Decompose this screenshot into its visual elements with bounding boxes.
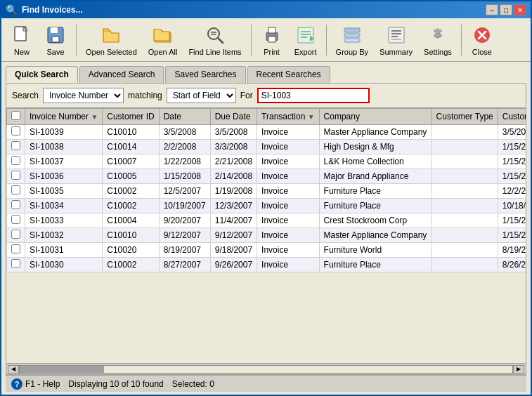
row-checkbox-cell[interactable] — [7, 154, 25, 169]
new-icon — [11, 24, 33, 46]
header-customer-id: Customer ID — [103, 109, 159, 125]
horizontal-scrollbar[interactable] — [19, 365, 513, 374]
row-checkbox[interactable] — [11, 171, 20, 180]
cell-customer-id: C10010 — [103, 125, 159, 140]
close-button[interactable]: Close — [467, 22, 497, 58]
cell-invoice-number: SI-10036 — [25, 169, 103, 184]
row-checkbox-cell[interactable] — [7, 213, 25, 228]
cell-transaction: Invoice — [257, 228, 320, 243]
maximize-button[interactable]: □ — [500, 4, 512, 15]
open-all-label: Open All — [148, 48, 178, 56]
help-label: F1 - Help — [25, 379, 60, 389]
table-row: SI-10038 C10014 2/2/2008 3/3/2008 Invoic… — [7, 140, 526, 154]
header-customer-type: Customer Type — [432, 109, 498, 125]
print-icon — [261, 24, 283, 46]
save-button[interactable]: Save — [41, 22, 70, 58]
summary-button[interactable]: Summary — [376, 22, 416, 58]
header-check[interactable] — [7, 109, 25, 125]
svg-rect-11 — [268, 37, 275, 42]
scroll-right-button[interactable]: ▶ — [513, 365, 524, 374]
row-checkbox[interactable] — [11, 185, 20, 194]
cell-customer-id: C10007 — [103, 154, 159, 169]
row-checkbox[interactable] — [11, 156, 20, 165]
cell-invoice-number: SI-10035 — [25, 184, 103, 199]
row-checkbox-cell[interactable] — [7, 125, 25, 140]
row-checkbox-cell[interactable] — [7, 140, 25, 154]
row-checkbox-cell[interactable] — [7, 243, 25, 258]
open-all-button[interactable]: Open All — [145, 22, 181, 58]
found-text: Displaying 10 of 10 found — [68, 379, 163, 389]
row-checkbox[interactable] — [11, 215, 20, 224]
cell-transaction: Invoice — [257, 140, 320, 154]
search-field-select[interactable]: Invoice Number Customer ID Company Date … — [43, 88, 124, 103]
sep4 — [461, 25, 462, 55]
toolbar: New Save Open Selected Open All Find Li — [1, 18, 531, 62]
table-row: SI-10037 C10007 1/22/2008 2/21/2008 Invo… — [7, 154, 526, 169]
filter-invoice-icon[interactable]: ▼ — [91, 113, 98, 121]
export-button[interactable]: Export — [291, 22, 320, 58]
cell-company: Furniture Place — [319, 258, 432, 272]
row-checkbox[interactable] — [11, 126, 20, 136]
cell-customer-type — [432, 154, 498, 169]
find-line-items-button[interactable]: Find Line Items — [185, 22, 245, 58]
cell-date: 9/12/2007 — [159, 228, 210, 243]
row-checkbox-cell[interactable] — [7, 184, 25, 199]
cell-company: Furniture World — [319, 243, 432, 258]
cell-customer-type — [432, 243, 498, 258]
select-all-checkbox[interactable] — [11, 111, 20, 120]
row-checkbox[interactable] — [11, 244, 20, 253]
row-checkbox-cell[interactable] — [7, 199, 25, 213]
search-label: Search — [12, 91, 39, 100]
open-selected-icon — [100, 24, 122, 46]
row-checkbox-cell[interactable] — [7, 228, 25, 243]
print-button[interactable]: Print — [257, 22, 287, 58]
filter-transaction-icon[interactable]: ▼ — [308, 113, 315, 121]
row-checkbox-cell[interactable] — [7, 169, 25, 184]
close-label: Close — [472, 48, 492, 56]
row-checkbox[interactable] — [11, 230, 20, 239]
table-row: SI-10036 C10005 1/15/2008 2/14/2008 Invo… — [7, 169, 526, 184]
summary-icon — [385, 24, 408, 46]
title-bar-left: 🔍 Find Invoices... — [6, 4, 83, 15]
cell-customer-id: C10005 — [103, 169, 159, 184]
header-company: Company — [319, 109, 432, 125]
cell-transaction: Invoice — [257, 154, 320, 169]
scroll-left-button[interactable]: ◀ — [8, 365, 19, 374]
table-row: SI-10030 C10002 8/27/2007 9/26/2007 Invo… — [7, 258, 526, 272]
scrollbar-thumb[interactable] — [20, 366, 104, 373]
table-row: SI-10032 C10010 9/12/2007 9/12/2007 Invo… — [7, 228, 526, 243]
open-selected-button[interactable]: Open Selected — [82, 22, 141, 58]
new-label: New — [14, 48, 30, 56]
group-by-button[interactable]: Group By — [332, 22, 372, 58]
export-icon — [294, 24, 317, 46]
tab-quick-search[interactable]: Quick Search — [6, 66, 78, 83]
cell-due-date: 12/3/2007 — [210, 199, 257, 213]
cell-company: Master Appliance Company — [319, 125, 432, 140]
table-header-row: Invoice Number ▼ Customer ID Date Due Da… — [7, 109, 526, 125]
tab-saved-searches[interactable]: Saved Searches — [165, 66, 245, 83]
help-icon[interactable]: ? — [11, 378, 22, 390]
cell-invoice-number: SI-10033 — [25, 213, 103, 228]
cell-customer-p: 1/15/2008 — [498, 169, 526, 184]
close-window-button[interactable]: ✕ — [514, 4, 526, 15]
cell-invoice-number: SI-10034 — [25, 199, 103, 213]
search-input[interactable] — [257, 88, 370, 103]
cell-customer-id: C10020 — [103, 243, 159, 258]
settings-button[interactable]: Settings — [420, 22, 455, 58]
settings-icon — [427, 24, 449, 46]
cell-customer-p: 10/18/2007 — [498, 199, 526, 213]
tab-advanced-search[interactable]: Advanced Search — [79, 66, 164, 83]
matching-select[interactable]: Start of Field Contains Exact Match End … — [167, 88, 236, 103]
svg-rect-3 — [51, 27, 58, 33]
sep2 — [251, 25, 252, 55]
row-checkbox[interactable] — [11, 200, 20, 209]
tab-recent-searches[interactable]: Recent Searches — [247, 66, 330, 83]
cell-customer-type — [432, 199, 498, 213]
row-checkbox-cell[interactable] — [7, 258, 25, 272]
minimize-button[interactable]: – — [486, 4, 498, 15]
row-checkbox[interactable] — [11, 259, 20, 268]
row-checkbox[interactable] — [11, 141, 20, 150]
cell-company: Furniture Place — [319, 199, 432, 213]
new-button[interactable]: New — [7, 22, 37, 58]
cell-customer-id: C10010 — [103, 228, 159, 243]
